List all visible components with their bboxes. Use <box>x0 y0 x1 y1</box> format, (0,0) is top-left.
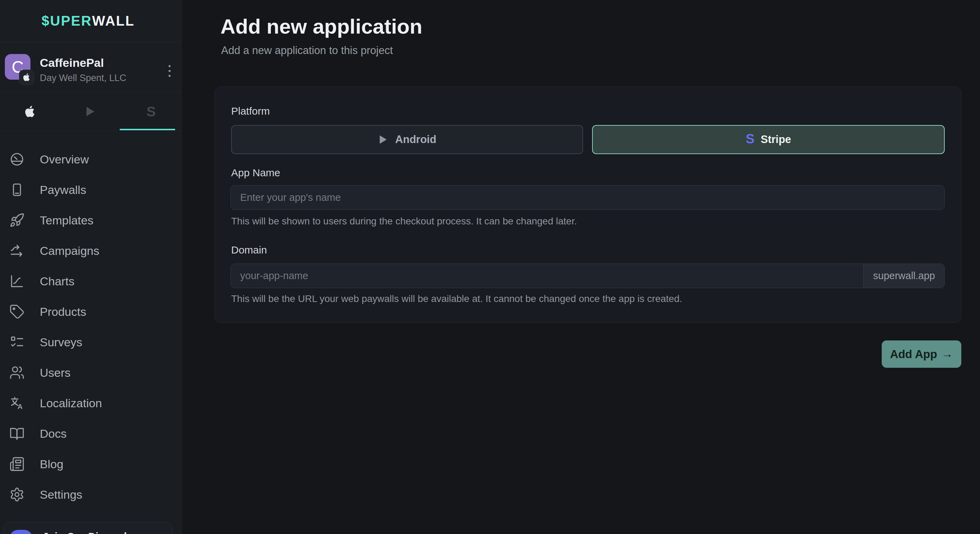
domain-input-group: superwall.app <box>231 263 945 288</box>
sidebar-item-products[interactable]: Products <box>0 296 181 327</box>
sidebar-item-label: Products <box>40 305 86 319</box>
platform-tabs: S <box>0 93 181 131</box>
discord-icon <box>10 530 33 534</box>
platform-option-stripe[interactable]: S Stripe <box>592 125 945 154</box>
tab-google-play[interactable] <box>60 93 121 130</box>
app-name-hint: This will be shown to users during the c… <box>231 216 577 227</box>
logo-prefix: $UPER <box>41 13 92 29</box>
checklist-icon <box>10 335 25 350</box>
stripe-s-icon: S <box>146 105 156 118</box>
smartphone-icon <box>10 182 25 198</box>
project-org: Day Well Spent, LLC <box>40 73 126 83</box>
sidebar-item-label: Settings <box>40 488 82 501</box>
line-chart-icon <box>10 274 25 289</box>
sidebar-item-users[interactable]: Users <box>0 357 181 388</box>
kebab-icon <box>169 65 170 67</box>
android-option-label: Android <box>395 133 436 146</box>
add-app-button[interactable]: Add App → <box>882 340 961 368</box>
tab-apple[interactable] <box>0 93 60 130</box>
logo-suffix: WALL <box>92 13 135 29</box>
sidebar-item-surveys[interactable]: Surveys <box>0 327 181 357</box>
svg-text:A: A <box>18 403 23 410</box>
add-app-label: Add App <box>890 347 937 361</box>
tag-icon <box>10 304 25 319</box>
app-name-label: App Name <box>231 167 280 179</box>
active-tab-indicator <box>120 129 175 130</box>
sidebar-item-label: Surveys <box>40 336 82 349</box>
translate-icon: A <box>10 395 25 411</box>
apple-icon <box>22 73 31 82</box>
sidebar-item-label: Overview <box>40 153 89 166</box>
sidebar-item-templates[interactable]: Templates <box>0 205 181 236</box>
stripe-option-label: Stripe <box>760 133 791 146</box>
sidebar-item-label: Templates <box>40 214 94 227</box>
app-name-input[interactable] <box>231 185 945 210</box>
users-icon <box>10 365 25 380</box>
split-arrows-icon <box>10 243 25 258</box>
discord-label: Join Our Discord <box>43 531 127 534</box>
sidebar-item-label: Charts <box>40 275 75 288</box>
sidebar-item-paywalls[interactable]: Paywalls <box>0 175 181 205</box>
sidebar-item-settings[interactable]: Settings <box>0 479 181 510</box>
project-switcher: C CaffeinePal Day Well Spent, LLC <box>0 42 181 93</box>
sidebar-item-label: Docs <box>40 427 67 440</box>
apple-icon <box>24 105 37 118</box>
superwall-dashboard: $UPERWALL C CaffeinePal Day Well Spent, … <box>0 0 980 534</box>
superwall-logo[interactable]: $UPERWALL <box>0 0 181 42</box>
add-application-form: Platform Android S Stripe App Name This … <box>215 86 961 323</box>
join-discord-card[interactable]: Join Our Discord <box>3 522 173 534</box>
page-title: Add new application <box>220 14 422 38</box>
sidebar-item-label: Users <box>40 366 71 379</box>
platform-label: Platform <box>231 105 270 117</box>
sidebar-item-label: Blog <box>40 457 63 471</box>
sidebar-item-docs[interactable]: Docs <box>0 418 181 449</box>
sidebar-item-campaigns[interactable]: Campaigns <box>0 236 181 266</box>
arrow-right-icon: → <box>941 347 953 360</box>
sidebar-item-label: Paywalls <box>40 183 86 197</box>
google-play-icon <box>84 105 97 118</box>
sidebar-item-label: Localization <box>40 397 102 410</box>
apple-platform-badge <box>19 70 34 85</box>
sidebar-item-localization[interactable]: A Localization <box>0 388 181 418</box>
platform-option-android[interactable]: Android <box>231 125 583 154</box>
page-subtitle: Add a new application to this project <box>221 44 393 57</box>
stripe-s-icon: S <box>746 132 754 145</box>
newspaper-icon <box>10 456 25 472</box>
project-name: CaffeinePal <box>40 56 104 70</box>
domain-input[interactable] <box>231 264 863 288</box>
project-menu-button[interactable] <box>163 60 177 82</box>
gear-icon <box>10 487 25 502</box>
google-play-icon <box>378 134 389 145</box>
domain-label: Domain <box>231 244 267 256</box>
book-icon <box>10 426 25 441</box>
sidebar-item-label: Campaigns <box>40 244 99 258</box>
domain-hint: This will be the URL your web paywalls w… <box>231 293 682 304</box>
sidebar-nav: Overview Paywalls Templates Campaigns Ch… <box>0 131 181 510</box>
rocket-icon <box>10 213 25 228</box>
sidebar: $UPERWALL C CaffeinePal Day Well Spent, … <box>0 0 182 534</box>
sidebar-item-charts[interactable]: Charts <box>0 266 181 296</box>
domain-suffix: superwall.app <box>863 264 944 288</box>
tab-stripe[interactable]: S <box>121 93 181 130</box>
sidebar-item-overview[interactable]: Overview <box>0 144 181 175</box>
gauge-icon <box>10 152 25 167</box>
sidebar-item-blog[interactable]: Blog <box>0 449 181 479</box>
